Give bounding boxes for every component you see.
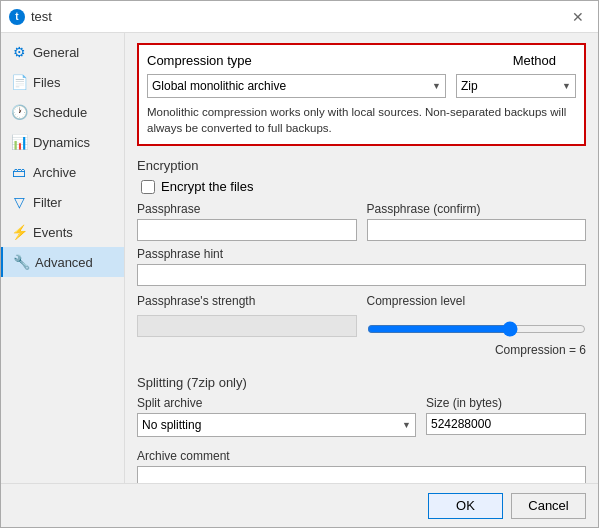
content-area: Compression type Method Global monolithi… [125, 33, 598, 483]
title-bar: t test ✕ [1, 1, 598, 33]
passphrase-row: Passphrase Passphrase (confirm) [137, 202, 586, 241]
sidebar-item-files[interactable]: 📄 Files [1, 67, 124, 97]
compression-level-label: Compression level [367, 294, 587, 308]
split-archive-wrapper[interactable]: No splitting [137, 413, 416, 437]
ok-button[interactable]: OK [428, 493, 503, 519]
schedule-icon: 🕐 [11, 104, 27, 120]
compression-slider[interactable] [367, 321, 587, 337]
filter-icon: ▽ [11, 194, 27, 210]
encrypt-checkbox-label: Encrypt the files [161, 179, 254, 194]
sidebar-item-events[interactable]: ⚡ Events [1, 217, 124, 247]
compression-type-group: Global monolithic archive [147, 74, 446, 98]
sidebar-label-general: General [33, 45, 79, 60]
compression-type-select[interactable]: Global monolithic archive [147, 74, 446, 98]
passphrase-label: Passphrase [137, 202, 357, 216]
method-select[interactable]: Zip [456, 74, 576, 98]
compression-dropdowns: Global monolithic archive Zip [147, 74, 576, 98]
files-icon: 📄 [11, 74, 27, 90]
split-archive-label: Split archive [137, 396, 416, 410]
footer: OK Cancel [1, 483, 598, 527]
advanced-icon: 🔧 [13, 254, 29, 270]
passphrase-input[interactable] [137, 219, 357, 241]
strength-section: Passphrase's strength Compression level … [137, 294, 586, 361]
passphrase-hint-input[interactable] [137, 264, 586, 286]
passphrase-hint-group: Passphrase hint [137, 247, 586, 286]
passphrase-confirm-input[interactable] [367, 219, 587, 241]
archive-comment-section: Archive comment [137, 449, 586, 483]
compression-level-group: Compression level Compression = 6 [367, 294, 587, 361]
sidebar-label-filter: Filter [33, 195, 62, 210]
compression-type-label: Compression type [147, 53, 252, 68]
passphrase-strength-label: Passphrase's strength [137, 294, 357, 308]
archive-icon: 🗃 [11, 164, 27, 180]
sidebar-item-schedule[interactable]: 🕐 Schedule [1, 97, 124, 127]
sidebar-item-archive[interactable]: 🗃 Archive [1, 157, 124, 187]
passphrase-confirm-label: Passphrase (confirm) [367, 202, 587, 216]
dynamics-icon: 📊 [11, 134, 27, 150]
compression-header: Compression type Method [147, 53, 576, 68]
sidebar-label-files: Files [33, 75, 60, 90]
cancel-button[interactable]: Cancel [511, 493, 586, 519]
size-label: Size (in bytes) [426, 396, 586, 410]
app-icon: t [9, 9, 25, 25]
general-icon: ⚙ [11, 44, 27, 60]
splitting-section: Splitting (7zip only) Split archive No s… [137, 375, 586, 437]
archive-comment-label: Archive comment [137, 449, 586, 463]
title-bar-left: t test [9, 9, 52, 25]
sidebar-label-archive: Archive [33, 165, 76, 180]
method-label: Method [513, 53, 556, 68]
compression-type-wrapper[interactable]: Global monolithic archive [147, 74, 446, 98]
compression-slider-container: Compression = 6 [367, 311, 587, 361]
archive-comment-input[interactable] [137, 466, 586, 483]
close-button[interactable]: ✕ [566, 5, 590, 29]
sidebar-label-schedule: Schedule [33, 105, 87, 120]
main-window: t test ✕ ⚙ General 📄 Files 🕐 Schedule 📊 … [0, 0, 599, 528]
window-title: test [31, 9, 52, 24]
split-archive-group: Split archive No splitting [137, 396, 416, 437]
sidebar-label-advanced: Advanced [35, 255, 93, 270]
encrypt-checkbox-row: Encrypt the files [137, 179, 586, 194]
sidebar-label-events: Events [33, 225, 73, 240]
splitting-row: Split archive No splitting Size (in byte… [137, 396, 586, 437]
passphrase-confirm-group: Passphrase (confirm) [367, 202, 587, 241]
encrypt-checkbox[interactable] [141, 180, 155, 194]
warning-text: Monolithic compression works only with l… [147, 104, 576, 136]
sidebar-label-dynamics: Dynamics [33, 135, 90, 150]
strength-bar [137, 315, 357, 337]
sidebar-item-dynamics[interactable]: 📊 Dynamics [1, 127, 124, 157]
sidebar-item-filter[interactable]: ▽ Filter [1, 187, 124, 217]
splitting-label: Splitting (7zip only) [137, 375, 586, 390]
sidebar-item-general[interactable]: ⚙ General [1, 37, 124, 67]
method-wrapper[interactable]: Zip [456, 74, 576, 98]
sidebar: ⚙ General 📄 Files 🕐 Schedule 📊 Dynamics … [1, 33, 125, 483]
sidebar-item-advanced[interactable]: 🔧 Advanced [1, 247, 124, 277]
method-group: Zip [456, 74, 576, 98]
encryption-label: Encryption [137, 158, 586, 173]
passphrase-strength-group: Passphrase's strength [137, 294, 357, 361]
compression-value-text: Compression = 6 [367, 343, 587, 357]
encryption-section: Encryption Encrypt the files Passphrase … [137, 154, 586, 365]
passphrase-hint-label: Passphrase hint [137, 247, 586, 261]
split-archive-select[interactable]: No splitting [137, 413, 416, 437]
events-icon: ⚡ [11, 224, 27, 240]
compression-box: Compression type Method Global monolithi… [137, 43, 586, 146]
size-input[interactable] [426, 413, 586, 435]
size-group: Size (in bytes) [426, 396, 586, 437]
passphrase-group: Passphrase [137, 202, 357, 241]
main-content: ⚙ General 📄 Files 🕐 Schedule 📊 Dynamics … [1, 33, 598, 483]
